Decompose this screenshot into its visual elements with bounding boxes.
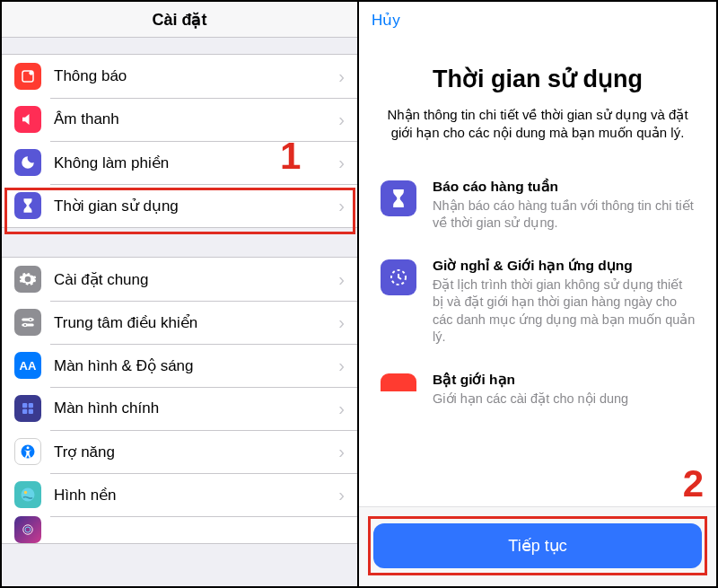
row-label: Màn hình & Độ sáng: [54, 356, 338, 375]
svg-point-11: [27, 446, 30, 449]
feature-weekly-report: Báo cáo hàng tuần Nhận báo cáo hàng tuần…: [381, 179, 696, 233]
row-notifications[interactable]: Thông báo ›: [2, 55, 357, 98]
svg-rect-7: [29, 403, 33, 408]
row-label: Âm thanh: [54, 110, 338, 128]
screentime-intro-screen: Hủy Thời gian sử dụng Nhận thông tin chi…: [359, 2, 716, 586]
row-label: Màn hình chính: [54, 399, 338, 417]
chevron-right-icon: ›: [338, 485, 345, 505]
continue-button[interactable]: Tiếp tục: [373, 523, 702, 568]
accessibility-icon: [14, 438, 41, 465]
row-label: Hình nền: [54, 486, 338, 505]
svg-rect-6: [22, 403, 27, 408]
dnd-icon: [14, 149, 41, 176]
chevron-right-icon: ›: [338, 66, 345, 87]
settings-header: Cài đặt: [2, 2, 357, 38]
settings-group-1: Thông báo › Âm thanh › Không làm phiền ›: [2, 54, 357, 228]
chevron-right-icon: ›: [338, 110, 345, 130]
feature-desc: Giới hạn các cài đặt cho nội dung: [433, 391, 628, 408]
svg-point-13: [24, 491, 27, 494]
general-icon: [14, 266, 41, 293]
annotation-step-2: 2: [683, 462, 704, 505]
chevron-right-icon: ›: [338, 355, 345, 376]
row-dnd[interactable]: Không làm phiền ›: [2, 141, 357, 184]
row-label: Thông báo: [54, 67, 338, 85]
intro-title: Thời gian sử dụng: [359, 65, 716, 93]
svg-point-5: [23, 323, 26, 326]
row-screentime[interactable]: Thời gian sử dụng ›: [2, 184, 357, 227]
chevron-right-icon: ›: [338, 312, 345, 333]
row-siri[interactable]: Siri & Tìm kiếm: [2, 516, 357, 543]
row-label: Thời gian sử dụng: [54, 197, 338, 215]
settings-title: Cài đặt: [152, 10, 206, 30]
row-accessibility[interactable]: Trợ năng ›: [2, 430, 357, 473]
display-icon: AA: [14, 352, 41, 379]
control-center-icon: [14, 309, 41, 336]
feature-restrictions: Bật giới hạn Giới hạn các cài đặt cho nộ…: [381, 372, 696, 408]
feature-desc: Nhận báo cáo hàng tuần với thông tin chi…: [433, 197, 696, 233]
screentime-icon: [14, 192, 41, 219]
row-label: Cài đặt chung: [54, 270, 338, 289]
chevron-right-icon: ›: [338, 153, 345, 173]
notifications-icon: [14, 63, 41, 90]
row-wallpaper[interactable]: Hình nền ›: [2, 473, 357, 516]
chevron-right-icon: ›: [338, 269, 345, 290]
row-sound[interactable]: Âm thanh ›: [2, 98, 357, 141]
sound-icon: [14, 106, 41, 133]
fade-overlay: [359, 480, 716, 507]
feature-title: Giờ nghỉ & Giới hạn ứng dụng: [433, 258, 696, 274]
svg-point-15: [25, 527, 31, 532]
downtime-icon: [381, 259, 416, 295]
feature-title: Bật giới hạn: [433, 372, 628, 388]
settings-screen: Cài đặt Thông báo › Âm thanh ›: [2, 2, 359, 586]
siri-icon: [14, 516, 41, 543]
row-general[interactable]: Cài đặt chung ›: [2, 258, 357, 301]
cancel-button[interactable]: Hủy: [372, 11, 400, 30]
feature-desc: Đặt lịch trình thời gian không sử dụng t…: [433, 276, 696, 347]
row-label: Trung tâm điều khiển: [54, 313, 338, 332]
svg-point-12: [22, 488, 35, 502]
modal-header: Hủy: [359, 2, 716, 38]
intro-description: Nhận thông tin chi tiết về thời gian sử …: [359, 106, 716, 143]
hourglass-icon: [381, 180, 416, 216]
row-label: Trợ năng: [54, 443, 338, 461]
settings-group-2: Cài đặt chung › Trung tâm điều khiển › A…: [2, 257, 357, 544]
svg-point-1: [29, 71, 33, 75]
chevron-right-icon: ›: [338, 196, 345, 216]
wallpaper-icon: [14, 481, 41, 508]
feature-title: Báo cáo hàng tuần: [433, 179, 696, 195]
feature-downtime: Giờ nghỉ & Giới hạn ứng dụng Đặt lịch tr…: [381, 258, 696, 347]
svg-rect-8: [22, 409, 27, 414]
restrictions-icon: [381, 373, 416, 391]
svg-point-4: [29, 318, 31, 320]
chevron-right-icon: ›: [338, 442, 345, 462]
svg-rect-9: [29, 409, 33, 414]
svg-point-14: [23, 525, 33, 535]
home-screen-icon: [14, 395, 41, 422]
feature-list: Báo cáo hàng tuần Nhận báo cáo hàng tuần…: [359, 179, 716, 408]
row-home-screen[interactable]: Màn hình chính ›: [2, 387, 357, 430]
footer-bar: Tiếp tục: [359, 506, 716, 586]
chevron-right-icon: ›: [338, 399, 345, 419]
row-display[interactable]: AA Màn hình & Độ sáng ›: [2, 344, 357, 387]
row-control-center[interactable]: Trung tâm điều khiển ›: [2, 301, 357, 344]
row-label: Không làm phiền: [54, 154, 338, 172]
